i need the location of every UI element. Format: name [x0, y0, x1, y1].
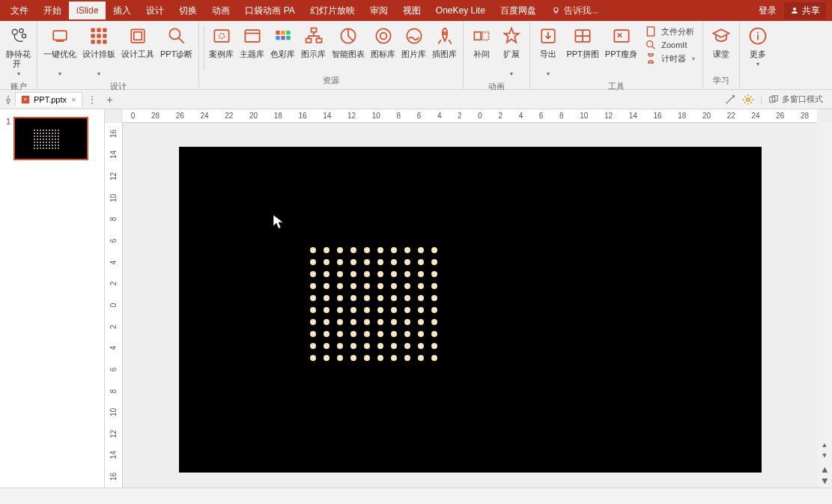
svg-rect-9 — [91, 34, 95, 37]
tab-transition[interactable]: 切换 — [171, 1, 204, 21]
ppt-diag-button[interactable]: PPT诊断 — [157, 22, 195, 61]
svg-rect-10 — [97, 34, 100, 37]
smart-chart-label: 智能图表 — [332, 49, 365, 59]
tab-islide[interactable]: iSlide — [69, 1, 106, 19]
zoomit-button[interactable]: ZoomIt — [645, 39, 695, 51]
prev-slide-icon[interactable]: ⯅ — [822, 467, 828, 474]
scroll-down-icon[interactable]: ▼ — [822, 452, 828, 459]
svg-rect-7 — [97, 28, 100, 32]
svg-point-55 — [55, 130, 56, 131]
caret-icon: ▾ — [17, 70, 20, 78]
pin-icon[interactable] — [3, 94, 13, 105]
export-button[interactable]: 导出 ▾ — [533, 22, 563, 79]
slide-viewport[interactable] — [123, 123, 817, 488]
color-lib-label: 色彩库 — [270, 49, 295, 59]
tween-button[interactable]: 补间 — [467, 22, 497, 61]
status-bar — [0, 488, 832, 504]
tab-design[interactable]: 设计 — [139, 1, 171, 21]
onekey-icon — [49, 25, 70, 46]
file-analyze-button[interactable]: 文件分析 — [645, 25, 695, 37]
ribbon-group-animation: 补间 扩展 ▾ 动画 — [464, 21, 530, 89]
flower-button[interactable]: 静待花 开 ▾ — [3, 22, 34, 79]
svg-point-53 — [49, 130, 50, 131]
svg-point-54 — [52, 130, 53, 131]
caret-icon: ▾ — [58, 70, 61, 78]
onekey-optimize-button[interactable]: 一键优化 ▾ — [40, 22, 79, 79]
tab-start[interactable]: 开始 — [36, 1, 69, 21]
pic-lib-button[interactable]: 图片库 — [398, 22, 429, 61]
wand-icon[interactable] — [724, 94, 736, 106]
svg-point-4 — [22, 34, 25, 37]
tab-view[interactable]: 视图 — [395, 1, 428, 21]
tween-icon — [471, 25, 492, 46]
svg-point-73 — [55, 136, 56, 137]
svg-point-92 — [58, 142, 59, 143]
timer-button[interactable]: 计时器▾ — [645, 52, 695, 64]
design-tool-button[interactable]: 设计工具 — [118, 22, 157, 61]
tell-me[interactable]: 告诉我... — [544, 4, 606, 17]
scroll-up-icon[interactable]: ▲ — [822, 441, 828, 449]
svg-point-78 — [43, 139, 44, 140]
slide-canvas[interactable] — [179, 147, 762, 473]
tab-insert[interactable]: 插入 — [106, 1, 139, 21]
menu-bar: 文件 开始 iSlide 插入 设计 切换 动画 口袋动画 PA 幻灯片放映 审… — [0, 0, 832, 21]
smart-chart-button[interactable]: 智能图表 — [329, 22, 368, 61]
tab-review[interactable]: 审阅 — [362, 1, 395, 21]
case-lib-label: 案例库 — [209, 49, 234, 59]
svg-point-57 — [34, 133, 35, 134]
gear-icon[interactable] — [742, 94, 754, 106]
svg-rect-39 — [614, 30, 628, 42]
caret-icon: ▾ — [547, 70, 550, 78]
login-button[interactable]: 登录 — [759, 4, 777, 17]
close-tab-button[interactable]: × — [70, 95, 77, 104]
color-lib-button[interactable]: 色彩库 — [267, 22, 298, 61]
svg-point-52 — [46, 130, 47, 131]
document-tab[interactable]: P PPT.pptx × — [15, 92, 82, 106]
tab-menu-icon[interactable]: ⋮ — [84, 94, 100, 106]
svg-point-84 — [34, 142, 35, 143]
diagram-lib-button[interactable]: 图示库 — [298, 22, 329, 61]
vertical-scrollbar[interactable]: ▲ ▼ ⯅ ⯆ — [817, 123, 832, 488]
tab-slideshow[interactable]: 幻灯片放映 — [303, 1, 362, 21]
svg-point-74 — [58, 136, 59, 137]
slide-thumbnail[interactable] — [13, 117, 88, 160]
tab-pocket-anim[interactable]: 口袋动画 PA — [237, 1, 302, 21]
svg-point-51 — [43, 130, 44, 131]
theme-lib-button[interactable]: 主题库 — [237, 22, 267, 61]
multi-window-button[interactable]: 多窗口模式 — [768, 94, 823, 105]
extend-button[interactable]: 扩展 ▾ — [497, 22, 526, 79]
tab-animation[interactable]: 动画 — [204, 1, 237, 21]
svg-point-60 — [43, 133, 44, 134]
tab-onekey-lite[interactable]: OneKey Lite — [428, 1, 493, 19]
svg-point-48 — [34, 130, 35, 131]
svg-point-104 — [40, 148, 41, 149]
svg-point-96 — [43, 145, 44, 146]
case-lib-button[interactable]: 案例库 — [206, 22, 237, 61]
ppt-stitch-button[interactable]: PPT拼图 — [563, 22, 601, 61]
ribbon: 静待花 开 ▾ 账户 一键优化 ▾ 设计排版 ▾ 设计工具 PPT诊断 — [0, 21, 832, 90]
design-layout-button[interactable]: 设计排版 ▾ — [79, 22, 118, 79]
icon-lib-button[interactable]: 图标库 — [368, 22, 398, 61]
more-button[interactable]: 更多 ▾ — [743, 22, 773, 70]
svg-rect-11 — [103, 34, 106, 37]
illust-lib-button[interactable]: 插图库 — [429, 22, 460, 61]
dot-grid-shape[interactable] — [306, 244, 441, 364]
svg-point-2 — [12, 29, 17, 34]
tab-baidu[interactable]: 百度网盘 — [493, 1, 544, 21]
classroom-button[interactable]: 课堂 — [706, 22, 736, 61]
svg-text:P: P — [24, 97, 27, 102]
tab-file[interactable]: 文件 — [0, 1, 36, 21]
editor-area: 0282624222018161412108642024681012141618… — [105, 109, 832, 488]
extend-label: 扩展 — [503, 49, 520, 69]
svg-point-77 — [40, 139, 41, 140]
next-slide-icon[interactable]: ⯆ — [822, 477, 828, 485]
svg-rect-35 — [475, 32, 482, 40]
caret-icon: ▾ — [756, 61, 759, 68]
ppt-slim-button[interactable]: PPT瘦身 — [602, 22, 640, 61]
svg-point-82 — [55, 139, 56, 140]
svg-point-56 — [58, 130, 59, 131]
svg-rect-22 — [281, 31, 285, 34]
share-button[interactable]: 共享 — [784, 2, 826, 19]
ribbon-group-account: 静待花 开 ▾ 账户 — [0, 21, 37, 89]
new-tab-button[interactable]: + — [102, 94, 117, 106]
